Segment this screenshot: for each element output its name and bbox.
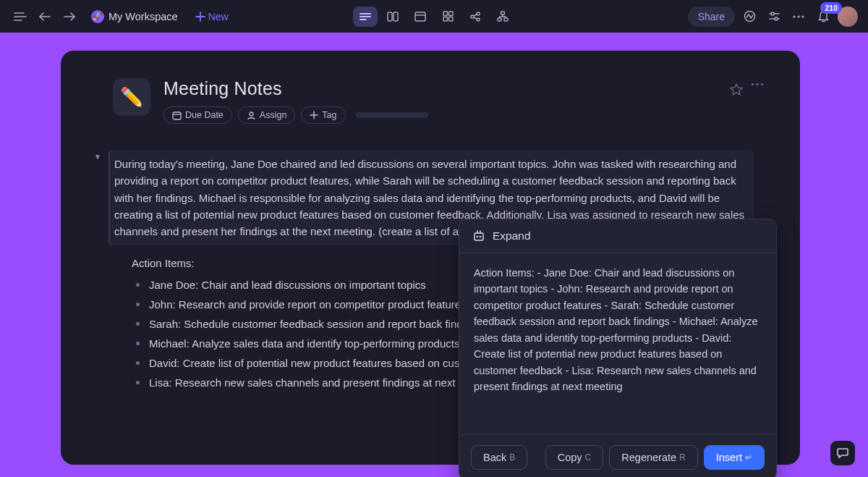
svg-rect-25	[504, 18, 508, 21]
svg-rect-10	[388, 12, 392, 21]
view-share-icon[interactable]	[463, 7, 488, 27]
view-doc-icon[interactable]	[353, 7, 378, 27]
back-icon[interactable]	[35, 7, 55, 27]
insert-button[interactable]: Insert↵	[704, 445, 765, 470]
chat-fab-icon[interactable]	[830, 441, 855, 465]
svg-point-43	[752, 83, 754, 85]
new-label: New	[208, 11, 229, 22]
activity-icon[interactable]	[739, 7, 760, 27]
svg-point-40	[250, 112, 253, 116]
tag-label: Tag	[322, 110, 336, 120]
view-grid-icon[interactable]	[435, 7, 460, 27]
notification-count: 210	[820, 2, 842, 14]
workspace-breadcrumb[interactable]: 🚀 My Workspace	[85, 7, 184, 26]
view-calendar-icon[interactable]	[408, 7, 433, 27]
new-button[interactable]: New	[190, 8, 234, 25]
svg-rect-14	[443, 12, 448, 16]
share-button[interactable]: Share	[688, 7, 735, 27]
more-icon[interactable]	[788, 7, 809, 27]
svg-rect-24	[498, 18, 501, 21]
doc-emoji-icon[interactable]: ✏️	[113, 78, 150, 116]
svg-line-22	[474, 17, 477, 19]
expand-label: Expand	[493, 229, 531, 242]
view-split-icon[interactable]	[380, 7, 405, 27]
collapse-caret-icon[interactable]: ▼	[94, 153, 101, 161]
assign-label: Assign	[260, 110, 287, 120]
assign-button[interactable]: Assign	[238, 106, 296, 124]
svg-rect-46	[475, 233, 483, 240]
copy-button[interactable]: CopyC	[545, 445, 604, 470]
back-button[interactable]: BackB	[471, 445, 527, 470]
meta-placeholder	[356, 112, 428, 118]
workspace-label: My Workspace	[109, 11, 178, 22]
view-switcher	[353, 7, 515, 27]
svg-point-49	[477, 236, 477, 237]
svg-rect-11	[393, 12, 398, 21]
page-title[interactable]: Meeting Notes	[163, 78, 754, 99]
svg-point-36	[797, 15, 799, 17]
expand-button[interactable]: Expand	[459, 219, 776, 253]
due-date-button[interactable]: Due Date	[163, 106, 232, 124]
due-date-label: Due Date	[185, 110, 224, 120]
svg-rect-17	[448, 17, 453, 22]
ai-panel: Expand Action Items: - Jane Doe: Chair a…	[459, 219, 777, 477]
svg-point-44	[756, 83, 758, 85]
svg-rect-23	[501, 12, 505, 14]
workspace-icon: 🚀	[91, 10, 104, 23]
forward-icon[interactable]	[59, 7, 80, 27]
svg-line-21	[474, 14, 477, 16]
svg-rect-38	[173, 112, 181, 119]
svg-point-37	[801, 15, 804, 17]
svg-point-20	[477, 18, 480, 21]
topbar: 🚀 My Workspace New Share 210	[0, 0, 868, 33]
view-org-icon[interactable]	[490, 7, 515, 27]
ai-output-text: Action Items: - Jane Doe: Chair and lead…	[459, 253, 776, 434]
regenerate-button[interactable]: RegenerateR	[609, 445, 697, 470]
favorite-icon[interactable]	[729, 83, 744, 97]
svg-point-35	[793, 15, 795, 17]
svg-point-19	[477, 12, 480, 15]
svg-point-50	[480, 236, 480, 237]
svg-point-45	[761, 83, 763, 85]
svg-point-34	[775, 17, 778, 20]
svg-rect-12	[415, 12, 425, 21]
menu-icon[interactable]	[10, 7, 30, 27]
tag-button[interactable]: Tag	[301, 106, 345, 124]
settings-icon[interactable]	[764, 7, 784, 27]
svg-point-18	[471, 15, 474, 18]
svg-point-32	[771, 12, 774, 15]
svg-rect-15	[448, 12, 453, 16]
notifications-icon[interactable]: 210	[813, 7, 833, 27]
doc-more-icon[interactable]	[751, 83, 764, 97]
svg-rect-16	[443, 17, 448, 22]
